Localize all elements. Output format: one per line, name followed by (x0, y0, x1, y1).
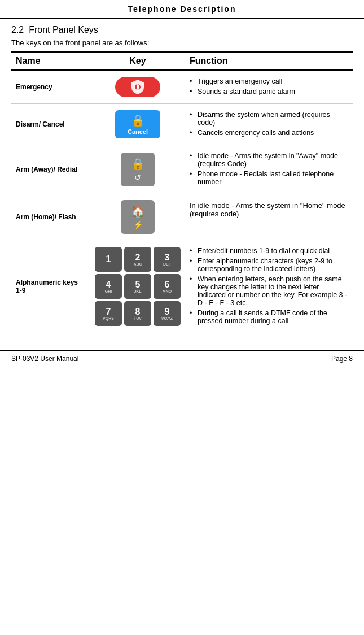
table-row: Alphanumeric keys 1-9 12ABC3DEF4GHI5JKL6… (11, 240, 353, 333)
disarm-key-label: Cancel (128, 128, 148, 135)
keypad-key-1: 1 (95, 247, 122, 272)
row-name-alphanumeric: Alphanumeric keys 1-9 (11, 240, 90, 333)
col-header-function: Function (185, 52, 353, 70)
row-function-emergency: Triggers an emergency call Sounds a stan… (185, 70, 353, 104)
row-key-arm-home: 🏠 ⚡ (90, 194, 185, 240)
row-name-disarm: Disarm/ Cancel (11, 104, 90, 145)
page-header: Telephone Description (0, 0, 364, 19)
intro-text: The keys on the front panel are as follo… (11, 38, 353, 47)
shield-icon (130, 79, 145, 95)
disarm-cancel-key: 🔒 Cancel (115, 110, 160, 138)
lock-icon: 🔒 (131, 157, 145, 171)
row-name-arm-home: Arm (Home)/ Flash (11, 194, 90, 240)
row-function-disarm: Disarms the system when armed (requires … (185, 104, 353, 145)
row-key-alphanumeric: 12ABC3DEF4GHI5JKL6MNO7PQRS8TUV9WXYZ (90, 240, 185, 333)
keypad-key-3: 3DEF (154, 247, 181, 272)
footer-left: SP-03V2 User Manual (11, 355, 78, 363)
keypad-key-9: 9WXYZ (154, 301, 181, 326)
row-function-arm-away: Idle mode - Arms the system in "Away" mo… (185, 145, 353, 194)
table-row: Arm (Away)/ Redial 🔒 ↺ Idle mode - Arms … (11, 145, 353, 194)
lock-icon: 🔒 (131, 114, 145, 127)
emergency-key (115, 77, 160, 97)
arm-away-key: 🔒 ↺ (121, 153, 155, 186)
row-key-disarm: 🔒 Cancel (90, 104, 185, 145)
row-key-emergency (90, 70, 185, 104)
footer-right: Page 8 (331, 355, 353, 363)
row-key-arm-away: 🔒 ↺ (90, 145, 185, 194)
keypad-key-8: 8TUV (124, 301, 151, 326)
col-header-key: Key (90, 52, 185, 70)
numeric-keypad: 12ABC3DEF4GHI5JKL6MNO7PQRS8TUV9WXYZ (95, 247, 181, 326)
home-icon: 🏠 (131, 205, 145, 218)
svg-rect-1 (137, 84, 139, 89)
col-header-name: Name (11, 52, 90, 70)
page-footer: SP-03V2 User Manual Page 8 (0, 350, 364, 366)
keypad-key-4: 4GHI (95, 274, 122, 299)
table-row: Arm (Home)/ Flash 🏠 ⚡ In idle mode - Arm… (11, 194, 353, 240)
section-title: 2.2 Front Panel Keys (11, 25, 353, 35)
flash-icon: ⚡ (133, 220, 143, 229)
svg-point-2 (137, 89, 139, 92)
redial-icon: ↺ (134, 173, 141, 182)
row-function-alphanumeric: Enter/edit numbers 1-9 to dial or quick … (185, 240, 353, 333)
keys-table: Name Key Function Emergency (11, 51, 353, 333)
keypad-key-7: 7PQRS (95, 301, 122, 326)
arm-home-key: 🏠 ⚡ (121, 200, 155, 234)
keypad-key-5: 5JKL (124, 274, 151, 299)
table-row: Emergency (11, 70, 353, 104)
row-name-emergency: Emergency (11, 70, 90, 104)
row-name-arm-away: Arm (Away)/ Redial (11, 145, 90, 194)
keypad-key-6: 6MNO (154, 274, 181, 299)
table-row: Disarm/ Cancel 🔒 Cancel Disarms the syst… (11, 104, 353, 145)
row-function-arm-home: In idle mode - Arms the system in "Home"… (185, 194, 353, 240)
keypad-key-2: 2ABC (124, 247, 151, 272)
